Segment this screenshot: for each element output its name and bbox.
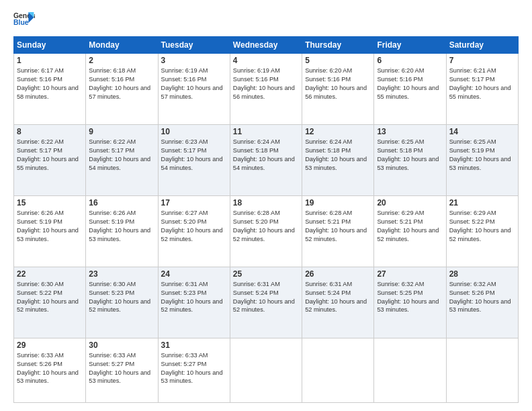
calendar-cell (230, 338, 302, 402)
calendar-cell: 19Sunrise: 6:28 AMSunset: 5:21 PMDayligh… (302, 195, 374, 267)
calendar-week-0: 1Sunrise: 6:17 AMSunset: 5:16 PMDaylight… (14, 54, 519, 125)
cell-text: Sunrise: 6:32 AMSunset: 5:26 PMDaylight:… (449, 280, 515, 315)
calendar-cell: 11Sunrise: 6:24 AMSunset: 5:18 PMDayligh… (230, 124, 302, 195)
calendar-cell: 5Sunrise: 6:20 AMSunset: 5:16 PMDaylight… (302, 54, 374, 125)
weekday-wednesday: Wednesday (230, 37, 302, 54)
calendar-table: SundayMondayTuesdayWednesdayThursdayFrid… (13, 36, 519, 403)
weekday-header-row: SundayMondayTuesdayWednesdayThursdayFrid… (14, 37, 519, 54)
day-number: 19 (305, 198, 371, 208)
cell-text: Sunrise: 6:24 AMSunset: 5:18 PMDaylight:… (305, 138, 371, 173)
day-number: 15 (17, 198, 83, 208)
calendar-week-1: 8Sunrise: 6:22 AMSunset: 5:17 PMDaylight… (14, 124, 519, 195)
cell-text: Sunrise: 6:30 AMSunset: 5:22 PMDaylight:… (17, 280, 83, 315)
day-number: 13 (377, 127, 443, 136)
day-number: 20 (377, 198, 443, 208)
cell-text: Sunrise: 6:31 AMSunset: 5:23 PMDaylight:… (161, 280, 227, 315)
calendar-cell: 8Sunrise: 6:22 AMSunset: 5:17 PMDaylight… (14, 124, 86, 195)
day-number: 10 (161, 127, 227, 136)
calendar-cell (374, 338, 446, 402)
calendar-cell: 30Sunrise: 6:33 AMSunset: 5:27 PMDayligh… (86, 338, 158, 402)
calendar-cell: 16Sunrise: 6:26 AMSunset: 5:19 PMDayligh… (86, 195, 158, 267)
day-number: 29 (17, 340, 83, 350)
calendar-cell: 13Sunrise: 6:25 AMSunset: 5:18 PMDayligh… (374, 124, 446, 195)
weekday-friday: Friday (374, 37, 446, 54)
calendar-cell: 14Sunrise: 6:25 AMSunset: 5:19 PMDayligh… (446, 124, 518, 195)
calendar-week-4: 29Sunrise: 6:33 AMSunset: 5:26 PMDayligh… (14, 338, 519, 402)
cell-text: Sunrise: 6:30 AMSunset: 5:23 PMDaylight:… (89, 280, 154, 315)
cell-text: Sunrise: 6:33 AMSunset: 5:27 PMDaylight:… (161, 351, 227, 386)
cell-text: Sunrise: 6:28 AMSunset: 5:20 PMDaylight:… (233, 209, 299, 244)
logo-icon: General Blue (13, 11, 35, 30)
day-number: 25 (233, 269, 299, 279)
day-number: 7 (449, 56, 515, 65)
cell-text: Sunrise: 6:22 AMSunset: 5:17 PMDaylight:… (17, 138, 83, 173)
day-number: 30 (89, 340, 154, 350)
weekday-tuesday: Tuesday (158, 37, 230, 54)
cell-text: Sunrise: 6:32 AMSunset: 5:25 PMDaylight:… (377, 280, 443, 315)
cell-text: Sunrise: 6:25 AMSunset: 5:18 PMDaylight:… (377, 138, 443, 173)
day-number: 5 (305, 56, 371, 65)
header: General Blue (13, 11, 519, 30)
cell-text: Sunrise: 6:19 AMSunset: 5:16 PMDaylight:… (161, 66, 227, 101)
day-number: 4 (233, 56, 299, 65)
day-number: 8 (17, 127, 83, 136)
calendar-cell: 18Sunrise: 6:28 AMSunset: 5:20 PMDayligh… (230, 195, 302, 267)
weekday-monday: Monday (86, 37, 158, 54)
day-number: 6 (377, 56, 443, 65)
calendar-cell: 6Sunrise: 6:20 AMSunset: 5:16 PMDaylight… (374, 54, 446, 125)
calendar-cell (302, 338, 374, 402)
weekday-sunday: Sunday (14, 37, 86, 54)
cell-text: Sunrise: 6:29 AMSunset: 5:22 PMDaylight:… (449, 209, 515, 244)
calendar-cell: 26Sunrise: 6:31 AMSunset: 5:24 PMDayligh… (302, 267, 374, 338)
day-number: 12 (305, 127, 371, 136)
page: General Blue SundayMondayTuesdayWednesda… (0, 0, 532, 411)
calendar-cell: 15Sunrise: 6:26 AMSunset: 5:19 PMDayligh… (14, 195, 86, 267)
day-number: 17 (161, 198, 227, 208)
calendar-cell: 17Sunrise: 6:27 AMSunset: 5:20 PMDayligh… (158, 195, 230, 267)
cell-text: Sunrise: 6:26 AMSunset: 5:19 PMDaylight:… (89, 209, 154, 244)
day-number: 1 (17, 56, 83, 65)
day-number: 14 (449, 127, 515, 136)
day-number: 27 (377, 269, 443, 279)
day-number: 24 (161, 269, 227, 279)
day-number: 2 (89, 56, 154, 65)
calendar-cell: 29Sunrise: 6:33 AMSunset: 5:26 PMDayligh… (14, 338, 86, 402)
day-number: 9 (89, 127, 154, 136)
day-number: 21 (449, 198, 515, 208)
calendar-cell (446, 338, 518, 402)
calendar-cell: 4Sunrise: 6:19 AMSunset: 5:16 PMDaylight… (230, 54, 302, 125)
day-number: 11 (233, 127, 299, 136)
cell-text: Sunrise: 6:28 AMSunset: 5:21 PMDaylight:… (305, 209, 371, 244)
cell-text: Sunrise: 6:26 AMSunset: 5:19 PMDaylight:… (17, 209, 83, 244)
day-number: 28 (449, 269, 515, 279)
calendar-week-3: 22Sunrise: 6:30 AMSunset: 5:22 PMDayligh… (14, 267, 519, 338)
svg-text:Blue: Blue (13, 19, 29, 26)
calendar-cell: 20Sunrise: 6:29 AMSunset: 5:21 PMDayligh… (374, 195, 446, 267)
day-number: 26 (305, 269, 371, 279)
calendar-cell: 3Sunrise: 6:19 AMSunset: 5:16 PMDaylight… (158, 54, 230, 125)
calendar-cell: 1Sunrise: 6:17 AMSunset: 5:16 PMDaylight… (14, 54, 86, 125)
calendar-cell: 12Sunrise: 6:24 AMSunset: 5:18 PMDayligh… (302, 124, 374, 195)
calendar-cell: 22Sunrise: 6:30 AMSunset: 5:22 PMDayligh… (14, 267, 86, 338)
calendar-cell: 2Sunrise: 6:18 AMSunset: 5:16 PMDaylight… (86, 54, 158, 125)
weekday-saturday: Saturday (446, 37, 518, 54)
day-number: 18 (233, 198, 299, 208)
cell-text: Sunrise: 6:23 AMSunset: 5:17 PMDaylight:… (161, 138, 227, 173)
calendar-cell: 28Sunrise: 6:32 AMSunset: 5:26 PMDayligh… (446, 267, 518, 338)
calendar-cell: 9Sunrise: 6:22 AMSunset: 5:17 PMDaylight… (86, 124, 158, 195)
cell-text: Sunrise: 6:31 AMSunset: 5:24 PMDaylight:… (233, 280, 299, 315)
cell-text: Sunrise: 6:18 AMSunset: 5:16 PMDaylight:… (89, 66, 154, 101)
cell-text: Sunrise: 6:25 AMSunset: 5:19 PMDaylight:… (449, 138, 515, 173)
day-number: 23 (89, 269, 154, 279)
day-number: 31 (161, 340, 227, 350)
cell-text: Sunrise: 6:19 AMSunset: 5:16 PMDaylight:… (233, 66, 299, 101)
day-number: 22 (17, 269, 83, 279)
calendar-cell: 31Sunrise: 6:33 AMSunset: 5:27 PMDayligh… (158, 338, 230, 402)
calendar-cell: 27Sunrise: 6:32 AMSunset: 5:25 PMDayligh… (374, 267, 446, 338)
weekday-thursday: Thursday (302, 37, 374, 54)
cell-text: Sunrise: 6:17 AMSunset: 5:16 PMDaylight:… (17, 66, 83, 101)
cell-text: Sunrise: 6:24 AMSunset: 5:18 PMDaylight:… (233, 138, 299, 173)
cell-text: Sunrise: 6:20 AMSunset: 5:16 PMDaylight:… (305, 66, 371, 101)
cell-text: Sunrise: 6:33 AMSunset: 5:26 PMDaylight:… (17, 351, 83, 386)
cell-text: Sunrise: 6:29 AMSunset: 5:21 PMDaylight:… (377, 209, 443, 244)
